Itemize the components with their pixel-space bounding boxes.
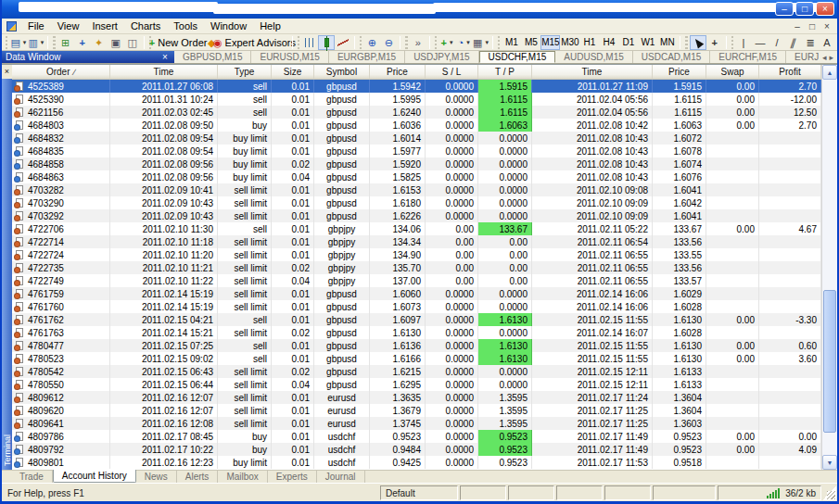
scroll-up-icon[interactable]: ▲ xyxy=(822,65,837,80)
crosshair-button[interactable]: + xyxy=(706,35,723,50)
line-chart-button[interactable] xyxy=(335,35,351,50)
table-row[interactable]: 47805232011.02.15 09:02sell0.01gbpusd1.6… xyxy=(12,352,821,365)
menu-file[interactable]: File xyxy=(21,19,51,32)
column-header-open_time[interactable]: Time xyxy=(110,65,218,79)
timeframe-m1-button[interactable]: M1 xyxy=(502,35,521,50)
table-row[interactable]: 47805422011.02.15 06:43sell limit0.02gbp… xyxy=(12,365,821,378)
maximize-button[interactable]: □ xyxy=(795,2,814,16)
navigator-button[interactable]: ✦ xyxy=(91,35,108,50)
scrollbar-track[interactable] xyxy=(822,80,837,455)
trendline-button[interactable]: / xyxy=(769,35,785,50)
close-button[interactable]: × xyxy=(816,2,834,16)
chart-tab-eurchf[interactable]: EURCHF,M15 xyxy=(710,51,786,63)
table-row[interactable]: 46848352011.02.08 09:54buy limit0.01gbpu… xyxy=(12,145,821,158)
timeframe-h1-button[interactable]: H1 xyxy=(579,35,599,50)
chart-tab-eurusd[interactable]: EURUSD,M15 xyxy=(251,51,328,63)
table-row[interactable]: 48096412011.02.16 12:08sell limit0.01eur… xyxy=(12,417,821,430)
column-header-close_time[interactable]: Time xyxy=(532,65,653,79)
table-row[interactable]: 46848322011.02.08 09:54buy limit0.01gbpu… xyxy=(12,132,821,145)
vertical-scrollbar[interactable]: ▲ ▼ xyxy=(821,65,837,470)
timeframe-d1-button[interactable]: D1 xyxy=(618,35,638,50)
column-header-symbol[interactable]: Symbol xyxy=(314,65,370,79)
table-row[interactable]: 47617602011.02.14 15:19sell limit0.01gbp… xyxy=(12,300,821,313)
chart-shift-button[interactable]: » xyxy=(410,35,426,50)
profiles-button[interactable]: ▥▾ xyxy=(27,35,44,50)
table-row[interactable]: 45253892011.01.27 06:08sell0.01gbpusd1.5… xyxy=(12,80,821,93)
scroll-right-icon[interactable]: ▸ xyxy=(829,53,833,62)
table-row[interactable]: 47227062011.02.10 11:30sell0.01gbpjpy134… xyxy=(12,222,821,235)
timeframe-m15-button[interactable]: M15 xyxy=(540,35,560,50)
column-header-open_price[interactable]: Price xyxy=(370,65,426,79)
table-row[interactable]: 47617592011.02.14 15:19sell limit0.01gbp… xyxy=(12,287,821,300)
expert-advisors-button[interactable]: ◉Expert Advisors xyxy=(220,35,289,50)
table-row[interactable]: 47227142011.02.10 11:18sell limit0.01gbp… xyxy=(12,235,821,248)
terminal-tab-news[interactable]: News xyxy=(136,471,177,483)
menu-tools[interactable]: Tools xyxy=(167,19,204,32)
column-header-tp[interactable]: T / P xyxy=(478,65,532,79)
chart-tab-eurjpy[interactable]: EURJPY,M15 xyxy=(786,51,819,63)
column-header-type[interactable]: Type xyxy=(218,65,272,79)
cursor-button[interactable] xyxy=(690,35,706,50)
terminal-tab-experts[interactable]: Experts xyxy=(268,471,317,483)
periods-button[interactable]: ◔▾ xyxy=(455,35,472,50)
table-row[interactable]: 48096122011.02.16 12:07sell limit0.01eur… xyxy=(12,391,821,404)
table-row[interactable]: 48097922011.02.17 10:22buy0.01usdchf0.94… xyxy=(12,443,821,456)
timeframe-h4-button[interactable]: H4 xyxy=(599,35,618,50)
mdi-restore-icon[interactable]: □ xyxy=(807,21,818,32)
horizontal-line-button[interactable]: — xyxy=(752,35,769,50)
column-header-order[interactable]: Order∕ xyxy=(12,65,110,79)
scroll-down-icon[interactable]: ▼ xyxy=(822,455,837,470)
terminal-tab-trade[interactable]: Trade xyxy=(11,471,53,483)
table-row[interactable]: 47032922011.02.09 10:43sell limit0.01gbp… xyxy=(12,209,821,222)
minimize-button[interactable]: – xyxy=(775,2,794,16)
timeframe-m30-button[interactable]: M30 xyxy=(560,35,579,50)
chart-tab-usdjpy[interactable]: USDJPY,M15 xyxy=(405,51,478,63)
terminal-tab-mailbox[interactable]: Mailbox xyxy=(218,471,267,483)
new-chart-button[interactable]: ▤▾ xyxy=(9,35,27,50)
resize-grip[interactable] xyxy=(823,485,836,500)
terminal-tab-account-history[interactable]: Account History xyxy=(53,470,136,483)
bar-chart-button[interactable] xyxy=(301,35,318,50)
chart-tab-eurgbp[interactable]: EURGBP,M15 xyxy=(329,51,405,63)
data-window-panel-header[interactable]: Data Window × xyxy=(2,51,174,63)
status-profile[interactable]: Default xyxy=(380,485,458,500)
indicators-button[interactable]: +▾ xyxy=(439,35,455,50)
table-row[interactable]: 47227492011.02.10 11:22sell limit0.04gbp… xyxy=(12,274,821,287)
scrollbar-thumb[interactable] xyxy=(823,290,836,433)
table-row[interactable]: 46211562011.02.03 02:45sell0.01gbpusd1.6… xyxy=(12,106,821,119)
mdi-minimize-icon[interactable]: – xyxy=(792,21,803,32)
menu-view[interactable]: View xyxy=(51,19,86,32)
table-row[interactable]: 48096202011.02.16 12:07sell limit0.01eur… xyxy=(12,404,821,417)
scroll-left-icon[interactable]: ◂ xyxy=(822,53,827,62)
fibonacci-button[interactable]: ≣ xyxy=(802,35,819,50)
column-header-sl[interactable]: S / L xyxy=(426,65,478,79)
terminal-tab-alerts[interactable]: Alerts xyxy=(177,471,219,483)
vertical-line-button[interactable]: | xyxy=(735,35,752,50)
market-watch-button[interactable]: ⊞ xyxy=(57,35,74,50)
timeframe-w1-button[interactable]: W1 xyxy=(638,35,657,50)
chart-tab-gbpusd[interactable]: GBPUSD,M15 xyxy=(174,51,251,63)
table-row[interactable]: 47227352011.02.10 11:21sell limit0.02gbp… xyxy=(12,261,821,274)
chart-tab-audusd[interactable]: AUDUSD,M15 xyxy=(555,51,632,63)
table-row[interactable]: 48098012011.02.16 12:23buy limit0.01usdc… xyxy=(12,456,821,469)
new-order-button[interactable]: +New Order xyxy=(153,35,203,50)
chart-tab-usdchf[interactable]: USDCHF,M15 xyxy=(479,51,556,63)
zoom-in-button[interactable]: ⊕ xyxy=(363,35,380,50)
menu-charts[interactable]: Charts xyxy=(124,19,167,32)
column-header-profit[interactable]: Profit xyxy=(759,65,821,79)
table-row[interactable]: 47804772011.02.15 07:25sell0.01gbpusd1.6… xyxy=(12,339,821,352)
menu-help[interactable]: Help xyxy=(253,19,287,32)
equidistant-channel-button[interactable]: ∥ xyxy=(785,35,802,50)
menu-window[interactable]: Window xyxy=(204,19,253,32)
table-row[interactable]: 46848582011.02.08 09:56buy limit0.02gbpu… xyxy=(12,158,821,170)
column-header-close_price[interactable]: Price xyxy=(653,65,706,79)
table-row[interactable]: 46848632011.02.08 09:56buy limit0.04gbpu… xyxy=(12,170,821,183)
table-row[interactable]: 47032822011.02.09 10:41sell limit0.01gbp… xyxy=(12,183,821,196)
table-row[interactable]: 45253902011.01.31 10:24sell0.01gbpusd1.5… xyxy=(12,93,821,106)
candlesticks-button[interactable] xyxy=(318,35,335,50)
table-row[interactable]: 46848032011.02.08 09:50buy0.01gbpusd1.60… xyxy=(12,119,821,132)
data-window-button[interactable]: + xyxy=(74,35,91,50)
table-row[interactable]: 47032902011.02.09 10:43sell limit0.01gbp… xyxy=(12,196,821,209)
table-row[interactable]: 47227242011.02.10 11:20sell limit0.01gbp… xyxy=(12,248,821,261)
templates-button[interactable]: ▦▾ xyxy=(472,35,489,50)
